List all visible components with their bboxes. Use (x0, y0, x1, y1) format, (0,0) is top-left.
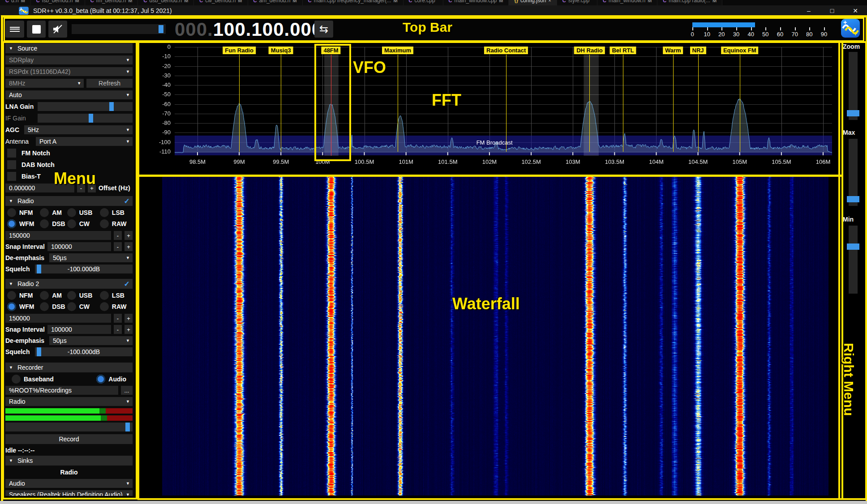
editor-tab[interactable]: Cmain.cpp frequency_manager(...M (303, 0, 403, 5)
sinks-panel-header[interactable]: ▼ Sinks (5, 456, 133, 466)
offset-plus-button[interactable]: + (88, 184, 96, 192)
deemphasis-select[interactable]: 50µs▼ (49, 253, 133, 262)
bandwidth-minus-button[interactable]: - (114, 314, 122, 323)
deemphasis-select[interactable]: 50µs▼ (49, 336, 133, 345)
mode-wfm[interactable]: WFM (7, 302, 38, 311)
gain-mode-select[interactable]: Auto▼ (5, 90, 133, 99)
mode-am[interactable]: AM (40, 291, 65, 300)
station-label-dh-radio[interactable]: DH Radio (574, 47, 605, 54)
mode-wfm[interactable]: WFM (7, 219, 38, 228)
snap-minus-button[interactable]: - (114, 242, 122, 251)
if-gain-slider[interactable] (38, 114, 133, 123)
editor-tab[interactable]: Cdsb_demod.hM (138, 0, 194, 5)
editor-tab[interactable]: Cd.hM (0, 0, 31, 5)
mode-cw[interactable]: CW (67, 219, 98, 228)
station-label-equinox-fm[interactable]: Equinox FM (721, 47, 759, 54)
station-label-nrj[interactable]: NRJ (690, 47, 706, 54)
volume-slider[interactable] (72, 24, 166, 34)
max-slider-handle[interactable] (847, 196, 859, 202)
station-label-48fm[interactable]: 48FM (321, 47, 340, 54)
recorder-mode-audio[interactable]: Audio (96, 375, 126, 384)
mode-nfm[interactable]: NFM (7, 291, 38, 300)
recorder-mode-baseband[interactable]: Baseband (12, 375, 54, 384)
mode-dsb[interactable]: DSB (40, 219, 65, 228)
station-label-musiq3[interactable]: Musiq3 (269, 47, 293, 54)
refresh-button[interactable]: Refresh (86, 79, 133, 88)
bandwidth-minus-button[interactable]: - (114, 231, 122, 240)
mode-lsb[interactable]: LSB (100, 291, 131, 300)
lna-gain-handle[interactable] (109, 102, 114, 111)
mode-dsb[interactable]: DSB (40, 302, 65, 311)
checkbox-icon[interactable] (7, 172, 16, 181)
recorder-volume-slider[interactable] (5, 423, 133, 431)
snap-interval-input[interactable]: 100000 (47, 325, 111, 334)
sink-type-select[interactable]: Audio▼ (5, 479, 133, 488)
station-label-bel-rtl[interactable]: Bel RTL (609, 47, 636, 54)
station-label-maximum[interactable]: Maximum (382, 47, 413, 54)
mode-cw[interactable]: CW (67, 302, 98, 311)
editor-tab[interactable]: Cstyle.cpp (557, 0, 597, 5)
checkbox-row-dab-notch[interactable]: DAB Notch (5, 160, 133, 169)
zoom-slider-handle[interactable] (847, 110, 859, 116)
editor-tab[interactable]: {}config.json× (509, 0, 557, 5)
checkbox-row-fm-notch[interactable]: FM Notch (5, 149, 133, 158)
station-label-warm[interactable]: Warm (663, 47, 683, 54)
mode-raw[interactable]: RAW (100, 302, 131, 311)
frequency-display[interactable]: 000.100.100.000 (175, 19, 322, 40)
bandwidth-plus-button[interactable]: + (124, 314, 133, 323)
editor-tab[interactable]: Ccore.cpp (403, 0, 443, 5)
agc-select[interactable]: 5Hz▼ (24, 125, 133, 134)
radio2-panel-header[interactable]: ▼ Radio 2 ✓ (5, 279, 133, 289)
radio-bandwidth-input[interactable]: 150000 (5, 231, 111, 240)
antenna-select[interactable]: Port A▼ (36, 137, 133, 146)
checkbox-icon[interactable] (7, 160, 16, 169)
tuning-mode-button[interactable]: ⇆ (314, 21, 333, 38)
mode-raw[interactable]: RAW (100, 219, 131, 228)
recorder-panel-header[interactable]: ▼ Recorder (5, 363, 133, 372)
recorder-volume-handle[interactable] (125, 423, 130, 431)
radio-panel-header[interactable]: ▼ Radio ✓ (5, 196, 133, 206)
enabled-check-icon[interactable]: ✓ (124, 197, 130, 205)
mute-button[interactable] (48, 21, 67, 38)
recorder-stream-select[interactable]: Radio▼ (5, 397, 133, 406)
squelch-slider[interactable]: -100.000dB (35, 347, 133, 356)
editor-tab[interactable]: Cfm_demod.hM (85, 0, 138, 5)
lna-gain-slider[interactable] (38, 102, 133, 111)
bandwidth-plus-button[interactable]: + (124, 231, 133, 240)
station-label-fun-radio[interactable]: Fun Radio (223, 47, 256, 54)
checkbox-row-bias-t[interactable]: Bias-T (5, 172, 133, 181)
editor-tab[interactable]: Cmain_window.hM (597, 0, 657, 5)
menu-toggle-button[interactable] (5, 21, 24, 38)
mode-usb[interactable]: USB (67, 291, 98, 300)
editor-tab[interactable]: Cam_demod.hM (248, 0, 303, 5)
enabled-check-icon[interactable]: ✓ (124, 280, 130, 288)
snap-plus-button[interactable]: + (124, 242, 133, 251)
radio2-bandwidth-input[interactable]: 150000 (5, 314, 111, 323)
waterfall-display[interactable] (139, 177, 839, 495)
snap-plus-button[interactable]: + (124, 325, 133, 334)
recording-path-input[interactable]: %ROOT%/Recordings (5, 386, 118, 395)
mode-usb[interactable]: USB (67, 208, 98, 217)
source-driver-select[interactable]: SDRplay▼ (5, 56, 133, 64)
editor-tab[interactable]: Ccw_demod.hM (194, 0, 248, 5)
offset-input[interactable]: 0.000000 (5, 184, 74, 192)
editor-tab[interactable]: Cmain_window.cppM (443, 0, 509, 5)
minimize-button[interactable]: – (797, 7, 820, 14)
squelch-slider[interactable]: -100.000dB (35, 265, 133, 273)
sink-device-select[interactable]: Speakers (Realtek High Definition Audio)… (5, 490, 133, 496)
maximize-button[interactable]: □ (820, 7, 844, 14)
stop-button[interactable] (27, 21, 46, 38)
editor-tab[interactable]: Cmain.cpp radio(...M (657, 0, 722, 5)
if-gain-handle[interactable] (89, 114, 93, 123)
close-button[interactable]: ✕ (844, 7, 867, 14)
min-slider-handle[interactable] (847, 243, 859, 250)
bandwidth-select[interactable]: 8MHz▼ (5, 79, 84, 88)
offset-minus-button[interactable]: - (77, 184, 85, 192)
close-icon[interactable]: × (548, 0, 551, 3)
mode-lsb[interactable]: LSB (100, 208, 131, 217)
snap-minus-button[interactable]: - (114, 325, 122, 334)
mode-am[interactable]: AM (40, 208, 65, 217)
mode-nfm[interactable]: NFM (7, 208, 38, 217)
min-slider[interactable] (849, 226, 858, 294)
source-panel-header[interactable]: ▼ Source (5, 43, 133, 53)
